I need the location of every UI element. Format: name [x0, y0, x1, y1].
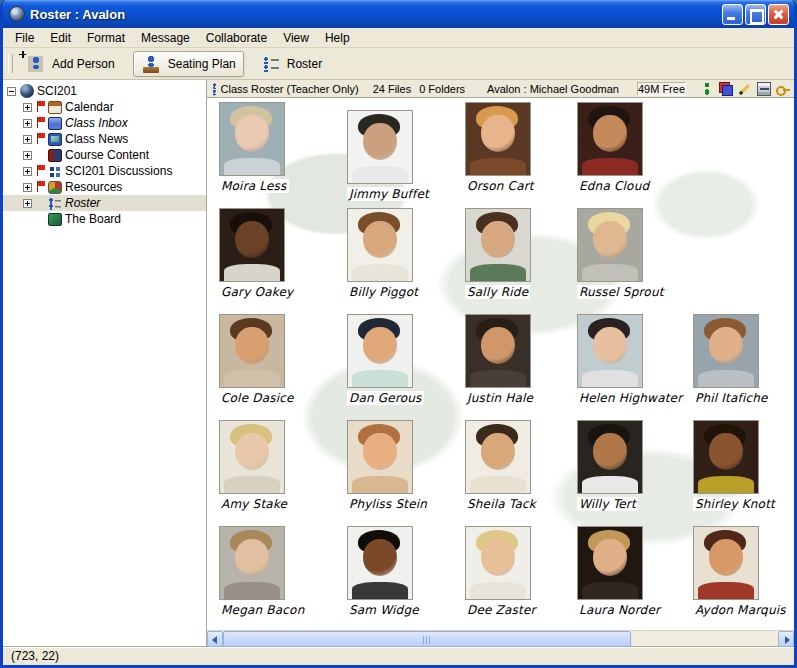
add-person-button[interactable]: Add Person [17, 51, 123, 77]
student-photo[interactable] [693, 526, 759, 600]
face [235, 327, 270, 364]
student-photo[interactable] [465, 208, 531, 282]
tree-item-sci201-discussions[interactable]: SCI201 Discussions [3, 163, 206, 179]
student-photo[interactable] [693, 314, 759, 388]
expand-icon[interactable] [23, 199, 32, 208]
menu-edit[interactable]: Edit [42, 29, 79, 47]
student-photo[interactable] [577, 420, 643, 494]
menu-file[interactable]: File [7, 29, 42, 47]
student-photo[interactable] [347, 208, 413, 282]
student-photo[interactable] [347, 110, 413, 184]
student-photo[interactable] [465, 314, 531, 388]
books-icon [48, 149, 62, 162]
tree-item-roster[interactable]: Roster [3, 195, 206, 211]
add-person-icon [25, 55, 45, 73]
menu-message[interactable]: Message [133, 29, 198, 47]
tree-item-class-inbox[interactable]: Class Inbox [3, 115, 206, 131]
flag-icon [36, 181, 46, 193]
title-bar[interactable]: Roster : Avalon [3, 0, 794, 28]
torso [224, 264, 280, 281]
menu-help[interactable]: Help [317, 29, 358, 47]
student-card: Amy Stake [213, 420, 341, 526]
torso [352, 476, 408, 493]
student-card: Phil Itafiche [687, 314, 794, 420]
close-button[interactable] [768, 4, 789, 25]
student-name: Russel Sprout [577, 285, 666, 299]
torso [582, 582, 638, 599]
student-photo[interactable] [465, 102, 531, 176]
expand-icon[interactable] [23, 183, 32, 192]
expand-icon[interactable] [23, 167, 32, 176]
window-controls [722, 4, 789, 25]
tree-item-sci201[interactable]: SCI201 [3, 83, 206, 99]
student-photo[interactable] [577, 314, 643, 388]
student-name: Dan Gerous [347, 391, 424, 405]
torso [470, 582, 526, 599]
student-name: Orson Cart [465, 179, 536, 193]
torso [582, 476, 638, 493]
scrollbar-track[interactable] [223, 631, 778, 646]
student-photo[interactable] [219, 420, 285, 494]
student-photo[interactable] [347, 314, 413, 388]
inbox-icon [48, 117, 62, 130]
student-card: Dee Zaster [459, 526, 571, 630]
student-card: Moira Less [213, 102, 341, 208]
student-name: Phil Itafiche [693, 391, 770, 405]
scroll-right-arrow[interactable] [778, 631, 794, 647]
news-icon [48, 133, 62, 146]
folder-tree: SCI201CalendarClass InboxClass NewsCours… [3, 80, 207, 646]
calendar-icon [48, 101, 62, 114]
face [235, 115, 270, 152]
student-name: Cole Dasice [219, 391, 296, 405]
tree-item-course-content[interactable]: Course Content [3, 147, 206, 163]
scroll-left-arrow[interactable] [207, 631, 223, 647]
face [481, 115, 516, 152]
tree-item-resources[interactable]: Resources [3, 179, 206, 195]
scrollbar-thumb[interactable] [223, 631, 631, 647]
signature-icon [776, 82, 790, 96]
student-photo[interactable] [347, 420, 413, 494]
tree-item-label: Resources [65, 180, 122, 194]
flag-icon [36, 117, 46, 129]
student-photo[interactable] [219, 526, 285, 600]
horizontal-scrollbar[interactable] [207, 630, 794, 646]
expand-icon[interactable] [23, 103, 32, 112]
approved-icon [757, 82, 771, 96]
student-card: Orson Cart [459, 102, 571, 208]
face [593, 327, 628, 364]
roster-button[interactable]: Roster [254, 52, 330, 76]
menu-view[interactable]: View [275, 29, 317, 47]
expand-icon[interactable] [23, 135, 32, 144]
student-photo[interactable] [577, 526, 643, 600]
student-photo[interactable] [577, 208, 643, 282]
student-card: Aydon Marquis [687, 526, 794, 630]
torso [352, 264, 408, 281]
menu-format[interactable]: Format [79, 29, 133, 47]
student-card: Dan Gerous [341, 314, 459, 420]
expand-icon[interactable] [23, 151, 32, 160]
student-photo[interactable] [219, 314, 285, 388]
student-photo[interactable] [465, 526, 531, 600]
student-name: Helen Highwater [577, 391, 684, 405]
main-panel: Class Roster (Teacher Only) 24 Files 0 F… [207, 80, 794, 646]
collapse-icon[interactable] [7, 87, 16, 96]
minimize-button[interactable] [722, 4, 743, 25]
tree-item-the-board[interactable]: The Board [3, 211, 206, 227]
student-photo[interactable] [219, 102, 285, 176]
torso [224, 158, 280, 175]
maximize-button[interactable] [745, 4, 766, 25]
student-card: Justin Hale [459, 314, 571, 420]
expand-icon[interactable] [23, 119, 32, 128]
student-photo[interactable] [693, 420, 759, 494]
student-photo[interactable] [347, 526, 413, 600]
seating-plan-button[interactable]: Seating Plan [133, 51, 244, 77]
student-photo[interactable] [465, 420, 531, 494]
student-photo[interactable] [219, 208, 285, 282]
student-photo[interactable] [577, 102, 643, 176]
tree-item-calendar[interactable]: Calendar [3, 99, 206, 115]
toolbar: Add PersonSeating PlanRoster [3, 48, 794, 80]
roster-row: Cole DasiceDan GerousJustin HaleHelen Hi… [213, 314, 794, 420]
menu-collaborate[interactable]: Collaborate [198, 29, 275, 47]
discussions-icon [48, 165, 62, 178]
tree-item-class-news[interactable]: Class News [3, 131, 206, 147]
